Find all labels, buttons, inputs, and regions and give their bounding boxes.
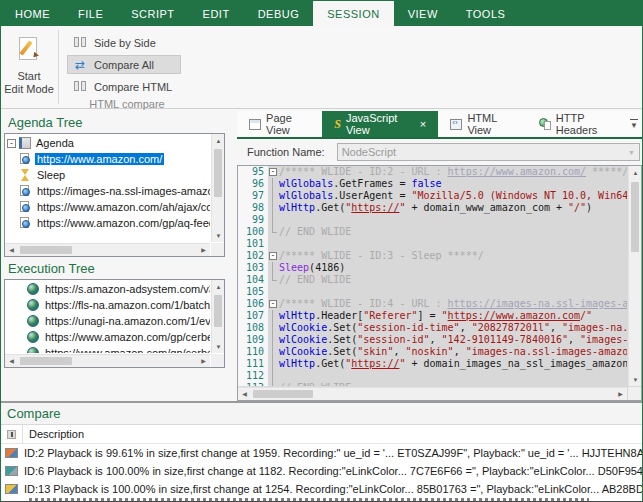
compare-row[interactable]: ID:13 Playback is 100.00% in size,first …	[1, 480, 642, 498]
line-number: 108	[238, 322, 268, 334]
scroll-right-icon[interactable]: ▶	[197, 355, 210, 368]
code-token: ,	[430, 334, 442, 346]
fold-marker	[268, 358, 279, 370]
code-line: 98wlHttp.Get("https://" + domain_www_ama…	[238, 202, 627, 214]
ribbon-separator	[58, 30, 59, 104]
fold-collapse-icon[interactable]: -	[269, 300, 277, 308]
agenda-vertical-scrollbar[interactable]: ▲ ▼	[211, 134, 224, 242]
function-name-dropdown[interactable]: NodeScript ▼	[337, 143, 640, 161]
tree-root-agenda[interactable]: -Agenda	[5, 135, 210, 151]
fold-marker[interactable]: -	[268, 298, 279, 310]
code-token: + domain_www_amazon_com +	[405, 202, 568, 214]
scroll-down-icon[interactable]: ▼	[629, 373, 642, 386]
menu-item-file[interactable]: FILE	[64, 1, 117, 26]
execution-vertical-scrollbar[interactable]: ▲ ▼	[211, 280, 224, 353]
agenda-horizontal-scrollbar[interactable]: ◀ ▶	[5, 243, 210, 256]
scroll-right-icon[interactable]: ▶	[197, 244, 210, 257]
compare-header-row[interactable]: Description	[1, 425, 642, 444]
line-number: 109	[238, 334, 268, 346]
tab-overflow-icon[interactable]: ▼	[630, 119, 642, 130]
compare-row[interactable]: ID:6 Playback is 100.00% in size,first c…	[1, 462, 642, 480]
scroll-thumb[interactable]	[20, 357, 72, 365]
fold-collapse-icon[interactable]: -	[269, 252, 277, 260]
scroll-down-icon[interactable]: ▼	[212, 229, 225, 242]
compare-row-clipped[interactable]	[1, 498, 642, 502]
code-token: https://www.amazon.com	[448, 310, 580, 322]
menu-item-tools[interactable]: TOOLS	[452, 1, 520, 26]
tree-item-https-www-amazon-com-ah-ajax-c[interactable]: https://www.amazon.com/ah/ajax/coun	[5, 199, 210, 215]
scroll-thumb[interactable]	[214, 295, 222, 327]
menu-item-script[interactable]: SCRIPT	[117, 1, 188, 26]
menu-item-session[interactable]: SESSION	[313, 1, 393, 26]
compare-all-button[interactable]: ⇄Compare All	[67, 55, 181, 74]
tab-page-view[interactable]: Page View	[237, 111, 322, 137]
tree-item-https-www-amazon-com[interactable]: https://www.amazon.com/	[5, 151, 210, 167]
tab-label: HTTP Headers	[556, 112, 618, 136]
tree-item-https-unagi-na-amazon-com-1-ev[interactable]: https://unagi-na.amazon.com/1/ever	[5, 313, 210, 329]
code-line: 102-/***** WLIDE - ID:3 - Sleep *****/	[238, 250, 627, 262]
fold-marker[interactable]: -	[268, 250, 279, 262]
fold-marker	[268, 262, 279, 274]
tab-label: HTML View	[467, 112, 514, 136]
editor-vertical-scrollbar[interactable]: ▲ ▼	[628, 166, 641, 386]
code-token: "images-na.ssl-images-amazon.com"	[562, 322, 627, 334]
scroll-up-icon[interactable]: ▲	[629, 166, 642, 179]
line-number: 105	[238, 286, 268, 298]
fold-marker[interactable]: -	[268, 166, 279, 178]
compare-row[interactable]: ID:2 Playback is 99.61% in size,first ch…	[1, 444, 642, 462]
line-number: 96	[238, 178, 268, 190]
hourglass-icon	[20, 169, 31, 181]
ribbon: Start Edit Mode Side by Side⇄Compare All…	[1, 26, 642, 109]
code-token: .Set(	[327, 346, 357, 358]
scroll-thumb[interactable]	[253, 390, 313, 398]
compare-all-icon: ⇄	[72, 59, 88, 71]
scroll-left-icon[interactable]: ◀	[5, 355, 18, 368]
side-by-side-icon	[72, 37, 88, 49]
side-by-side-button[interactable]: Side by Side	[67, 33, 181, 52]
tree-item-https-images-na-ssl-images-ama[interactable]: https://images-na.ssl-images-amazon.c	[5, 183, 210, 199]
start-edit-mode-button[interactable]: Start Edit Mode	[1, 28, 57, 106]
scroll-thumb[interactable]	[20, 246, 72, 254]
scroll-up-icon[interactable]: ▲	[212, 134, 225, 147]
execution-tree-rows: https://s.amazon-adsystem.com/v3/phttps:…	[5, 280, 210, 353]
scroll-left-icon[interactable]: ◀	[5, 244, 18, 257]
execution-horizontal-scrollbar[interactable]: ◀ ▶	[5, 354, 210, 367]
menu-item-view[interactable]: VIEW	[394, 1, 452, 26]
collapse-icon[interactable]: -	[7, 139, 16, 148]
close-icon[interactable]: ×	[420, 118, 426, 130]
editor-horizontal-scrollbar[interactable]: ◀ ▶	[238, 387, 627, 400]
tab-html-view[interactable]: HTML View	[438, 111, 527, 137]
fold-marker	[268, 346, 279, 358]
compare-html-button[interactable]: Compare HTML	[67, 77, 181, 96]
scroll-thumb[interactable]	[631, 182, 639, 252]
scroll-thumb[interactable]	[214, 149, 222, 197]
scroll-left-icon[interactable]: ◀	[238, 388, 251, 401]
tree-item-https-www-amazon-com-gp-cerber[interactable]: https://www.amazon.com/gp/cerberu	[5, 329, 210, 345]
tree-item-https-fls-na-amazon-com-1-batc[interactable]: https://fls-na.amazon.com/1/batch/1	[5, 297, 210, 313]
description-column-header[interactable]: Description	[23, 428, 84, 440]
scroll-up-icon[interactable]: ▲	[212, 280, 225, 293]
tree-item-https-s-amazon-adsystem-com-v3[interactable]: https://s.amazon-adsystem.com/v3/p	[5, 281, 210, 297]
menu-item-debug[interactable]: DEBUG	[244, 1, 314, 26]
page-globe-icon	[19, 201, 32, 214]
tab-http-headers[interactable]: HTTP Headers	[527, 111, 630, 137]
tree-item-sleep[interactable]: Sleep	[5, 167, 210, 183]
viewer-tab-bar: Page ViewSJavaScript View×HTML ViewHTTP …	[237, 111, 642, 139]
tab-javascript-view[interactable]: SJavaScript View×	[322, 111, 438, 137]
menu-item-edit[interactable]: EDIT	[189, 1, 244, 26]
execution-tree[interactable]: https://s.amazon-adsystem.com/v3/phttps:…	[4, 279, 225, 368]
javascript-icon: S	[334, 117, 341, 132]
agenda-icon	[19, 137, 31, 149]
tree-item-https-www-amazon-com-gp-aq-fee[interactable]: https://www.amazon.com/gp/aq-feedb	[5, 215, 210, 231]
code-token: "Referer"	[363, 310, 417, 322]
tree-item-https-www-amazon-com-gp-cerber[interactable]: https://www.amazon.com/gp/cerberu	[5, 345, 210, 353]
fold-marker	[268, 202, 279, 214]
agenda-tree[interactable]: -Agendahttps://www.amazon.com/Sleephttps…	[4, 133, 225, 257]
code-token: .Header[	[315, 310, 363, 322]
scroll-down-icon[interactable]: ▼	[212, 340, 225, 353]
scroll-right-icon[interactable]: ▶	[614, 388, 627, 401]
code-editor[interactable]: 95-/***** WLIDE - ID:2 - URL : https://w…	[237, 165, 642, 401]
pin-cell[interactable]	[1, 425, 23, 443]
fold-collapse-icon[interactable]: -	[269, 168, 277, 176]
menu-item-home[interactable]: HOME	[1, 1, 64, 26]
